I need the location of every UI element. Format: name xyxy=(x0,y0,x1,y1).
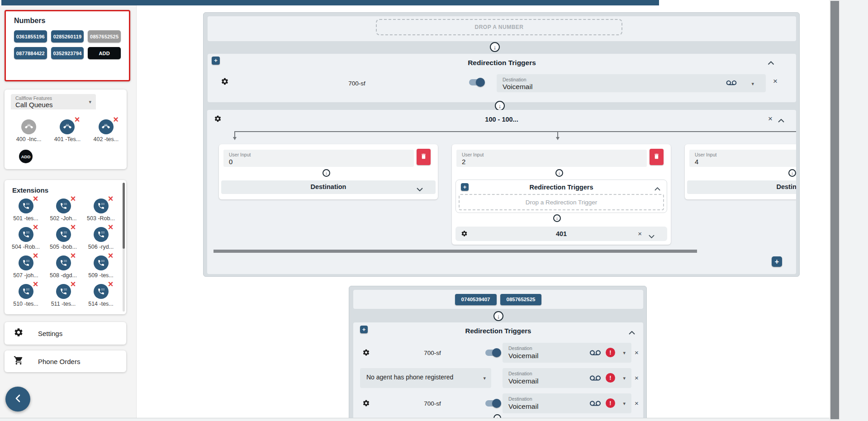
add-queue-button[interactable]: ADD xyxy=(19,150,33,163)
settings-button[interactable]: Settings xyxy=(5,322,126,345)
settings-label: Settings xyxy=(38,330,62,337)
destination-dropdown[interactable]: Destination xyxy=(221,180,436,194)
number-chip[interactable]: 0352923794 xyxy=(51,47,84,59)
remove-trigger-button[interactable]: × xyxy=(638,230,642,237)
extension-item[interactable]: × 505 -bob... xyxy=(47,227,80,250)
remove-icon[interactable]: × xyxy=(108,223,114,231)
delete-option-button[interactable] xyxy=(417,149,431,165)
extension-item[interactable]: × 507 -joh... xyxy=(9,255,43,279)
delete-option-button[interactable] xyxy=(650,149,664,165)
extension-item[interactable]: × 504 -Rob... xyxy=(9,227,43,250)
number-chip[interactable]: 0285260119 xyxy=(51,30,84,43)
phone-extension-icon xyxy=(19,199,33,213)
extensions-list: × 501 -tes... × 502 -Joh... xyxy=(9,199,122,307)
remove-icon[interactable]: × xyxy=(33,251,38,260)
select-label: Callflow Features xyxy=(15,95,91,101)
destination-select[interactable]: Destination Voicemail ▾ xyxy=(497,74,766,92)
extension-item[interactable]: × 502 -Joh... xyxy=(47,199,80,222)
connector-arrowhead xyxy=(233,137,237,140)
page-scrollbar[interactable] xyxy=(830,0,840,421)
queue-item[interactable]: 400 -Inc... xyxy=(14,119,43,142)
drop-trigger-zone[interactable]: Drop a Redirection Trigger xyxy=(459,194,664,210)
extension-item[interactable]: × 503 -Rob... xyxy=(84,199,118,222)
remove-trigger-button[interactable]: × xyxy=(773,78,778,85)
add-number-button[interactable]: ADD xyxy=(88,47,121,59)
trigger-settings-gear-icon[interactable] xyxy=(362,399,370,408)
phone-orders-button[interactable]: Phone Orders xyxy=(5,350,126,372)
horizontal-scrollbar[interactable] xyxy=(213,250,697,253)
destination-value: Voicemail xyxy=(503,83,532,91)
remove-node-button[interactable]: × xyxy=(768,115,773,123)
scrollbar-thumb[interactable] xyxy=(830,1,839,419)
caret-down-icon[interactable]: ▾ xyxy=(623,375,626,381)
chevron-up-icon[interactable] xyxy=(767,59,775,67)
remove-trigger-button[interactable]: × xyxy=(635,374,639,382)
flow-arrow-icon[interactable]: ↓ xyxy=(553,214,561,222)
chevron-up-icon[interactable] xyxy=(777,116,785,125)
scrollbar-thumb[interactable] xyxy=(123,183,125,249)
trigger-settings-gear-icon[interactable] xyxy=(362,349,370,358)
flow-arrow-icon[interactable]: ↓ xyxy=(490,42,500,52)
callflow-features-select[interactable]: Callflow Features Call Queues ▾ xyxy=(11,94,96,109)
chevron-up-icon[interactable] xyxy=(654,184,661,193)
chevron-down-icon[interactable] xyxy=(648,232,655,241)
caret-down-icon[interactable]: ▾ xyxy=(623,401,626,407)
drop-number-zone[interactable]: DROP A NUMBER xyxy=(376,19,622,35)
extensions-scrollbar[interactable] xyxy=(123,183,125,312)
caret-down-icon[interactable]: ▾ xyxy=(623,350,626,356)
extension-item[interactable]: × 510 -tes... xyxy=(9,284,43,307)
trigger-toggle[interactable] xyxy=(485,350,500,356)
remove-icon[interactable]: × xyxy=(108,280,114,288)
queue-item[interactable]: × 402 -tes... xyxy=(92,119,120,142)
remove-icon[interactable]: × xyxy=(33,223,38,231)
caret-down-icon[interactable]: ▾ xyxy=(751,81,754,87)
destination-select[interactable]: Destination Voicemail ! ▾ xyxy=(503,368,631,388)
remove-icon[interactable]: × xyxy=(108,194,114,203)
chevron-down-icon xyxy=(417,185,423,193)
trigger-toggle[interactable] xyxy=(469,79,484,85)
number-chip[interactable]: 0857652525 xyxy=(88,30,121,43)
destination-select[interactable]: Destination Voicemail ! ▾ xyxy=(503,343,631,363)
extension-item[interactable]: × 511 -tes... xyxy=(47,284,80,307)
add-option-button[interactable]: + xyxy=(772,256,782,267)
extension-item[interactable]: × 501 -tes... xyxy=(9,199,43,222)
number-chip[interactable]: 0857652525 xyxy=(500,294,542,305)
extension-item[interactable]: × 514 -tes... xyxy=(84,284,118,307)
user-input-field[interactable]: User Input 4 xyxy=(689,150,796,167)
collapse-sidebar-button[interactable] xyxy=(5,387,30,412)
chevron-up-icon[interactable] xyxy=(628,328,636,337)
flow-arrow-icon[interactable]: ↓ xyxy=(788,169,796,177)
remove-icon[interactable]: × xyxy=(33,194,38,203)
number-chip[interactable]: 0361855196 xyxy=(14,30,47,43)
remove-icon[interactable]: × xyxy=(33,280,38,288)
trigger-condition-select[interactable]: No agent has phone registered ▾ xyxy=(360,368,491,388)
number-chip[interactable]: 0740539407 xyxy=(455,294,497,305)
remove-icon[interactable]: × xyxy=(108,251,114,260)
queue-item[interactable]: × 401 -Tes... xyxy=(53,119,81,142)
remove-icon[interactable]: × xyxy=(75,115,80,123)
number-chip[interactable]: 0877884422 xyxy=(14,47,47,59)
trigger-settings-gear-icon[interactable] xyxy=(221,77,229,87)
extension-item[interactable]: × 508 -dgd... xyxy=(47,255,80,279)
remove-icon[interactable]: × xyxy=(71,251,76,260)
extension-item[interactable]: × 509 -tes... xyxy=(84,255,118,279)
remove-trigger-button[interactable]: × xyxy=(635,400,639,407)
flow-arrow-icon[interactable]: ↓ xyxy=(493,311,503,321)
flow-arrow-icon[interactable]: ↓ xyxy=(555,169,563,177)
queue-label: 401 -Tes... xyxy=(53,136,81,142)
remove-icon[interactable]: × xyxy=(113,115,119,123)
sidebar: Numbers 0361855196 0285260119 0857652525… xyxy=(0,5,137,418)
remove-trigger-button[interactable]: × xyxy=(635,349,639,356)
remove-icon[interactable]: × xyxy=(71,223,76,231)
flow-arrow-icon[interactable]: ↓ xyxy=(495,101,505,111)
user-input-card: User Input 4 ↓ Destination xyxy=(685,144,796,199)
flow-arrow-icon[interactable]: ↓ xyxy=(323,169,330,177)
destination-dropdown[interactable]: Destination xyxy=(687,180,796,194)
destination-select[interactable]: Destination Voicemail ! ▾ xyxy=(503,393,631,413)
trigger-toggle[interactable] xyxy=(485,400,500,407)
extension-item[interactable]: × 506 -ryd... xyxy=(84,227,118,250)
user-input-field[interactable]: User Input 2 xyxy=(456,150,647,167)
user-input-field[interactable]: User Input 0 xyxy=(223,150,414,167)
remove-icon[interactable]: × xyxy=(71,280,76,288)
remove-icon[interactable]: × xyxy=(71,194,76,203)
